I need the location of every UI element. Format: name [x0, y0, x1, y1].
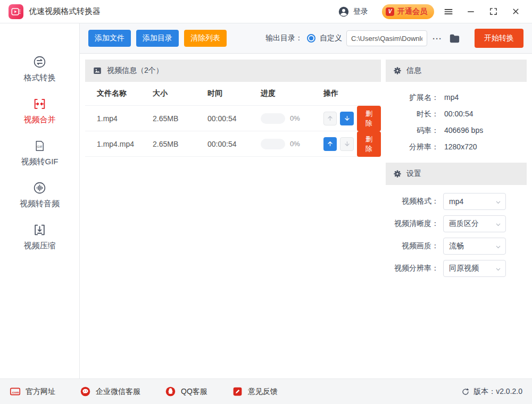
- close-icon: [511, 7, 520, 16]
- vip-label: 开通会员: [397, 7, 427, 16]
- arrow-up-icon: [327, 115, 334, 122]
- feedback-link[interactable]: 意见反馈: [232, 386, 278, 397]
- move-up-button[interactable]: [323, 137, 337, 151]
- info-value: mp4: [444, 92, 459, 103]
- info-body: 扩展名：mp4 时长：00:00:54 码率：406696 bps 分辨率：12…: [386, 82, 527, 163]
- sidebar-item-label: 视频合并: [24, 115, 56, 125]
- open-folder-button[interactable]: [448, 32, 461, 45]
- sidebar-item-format-convert[interactable]: 格式转换: [24, 55, 56, 83]
- arrow-up-icon: [327, 140, 334, 147]
- video-merge-icon: [33, 97, 46, 111]
- sidebar-item-label: 视频压缩: [24, 241, 56, 251]
- qq-service-link[interactable]: QQ客服: [165, 386, 207, 397]
- chevron-down-icon: [495, 222, 501, 228]
- sidebar-item-video-merge[interactable]: 视频合并: [24, 97, 56, 125]
- select-value: 画质区分: [449, 219, 479, 229]
- sidebar: 格式转换 视频合并 GIF 视频转GIF 视频转音频: [0, 23, 80, 378]
- maximize-icon: [489, 7, 498, 16]
- titlebar-controls: 登录 V 开通会员: [338, 4, 523, 20]
- file-name: 1.mp4: [97, 114, 153, 123]
- maximize-button[interactable]: [485, 4, 501, 20]
- setting-label: 视频清晰度：: [386, 219, 439, 229]
- arrow-down-icon: [344, 115, 351, 122]
- sidebar-item-video-compress[interactable]: 视频压缩: [24, 223, 56, 251]
- setting-label: 视频画质：: [386, 241, 439, 251]
- file-panel-header: 视频信息（2个）: [85, 60, 381, 82]
- custom-dir-radio-label: 自定义: [320, 33, 342, 43]
- vip-icon: V: [386, 7, 394, 16]
- toolbar: 添加文件 添加目录 清除列表 输出目录： 自定义 ··· 开始转换: [80, 23, 532, 54]
- video-quality-select[interactable]: 流畅: [443, 238, 506, 255]
- footer-link-label: QQ客服: [181, 387, 207, 397]
- info-label: 扩展名：: [386, 92, 439, 103]
- menu-button[interactable]: [440, 4, 456, 20]
- file-duration: 00:00:54: [207, 140, 261, 148]
- gear-icon: [393, 66, 402, 75]
- delete-button[interactable]: 删除: [357, 131, 381, 157]
- wechat-service-icon: [80, 386, 91, 397]
- move-down-button[interactable]: [340, 112, 353, 125]
- hamburger-icon: [443, 6, 454, 17]
- browse-more-button[interactable]: ···: [431, 34, 443, 43]
- info-value: 00:00:54: [444, 109, 473, 119]
- chevron-down-icon: [495, 244, 501, 250]
- user-icon: [338, 6, 350, 18]
- start-convert-button[interactable]: 开始转换: [475, 29, 523, 48]
- setting-label: 视频格式：: [386, 197, 439, 206]
- progress-percent: 0%: [290, 114, 300, 122]
- info-label: 分辨率：: [386, 142, 439, 152]
- login-button[interactable]: 登录: [338, 6, 368, 18]
- update-refresh-icon: [461, 388, 470, 396]
- file-panel-title: 视频信息（2个）: [107, 66, 163, 75]
- file-list-panel: 视频信息（2个） 文件名称 大小 时间 进度 操作 1.mp4 2.65MB 0…: [85, 60, 381, 355]
- custom-dir-radio[interactable]: [307, 34, 315, 43]
- titlebar: 优速视频格式转换器 登录 V 开通会员: [0, 0, 532, 23]
- main-area: 视频信息（2个） 文件名称 大小 时间 进度 操作 1.mp4 2.65MB 0…: [80, 54, 532, 378]
- chevron-down-icon: [495, 199, 501, 205]
- info-label: 码率：: [386, 125, 439, 136]
- minimize-button[interactable]: [463, 4, 479, 20]
- footer-link-label: 意见反馈: [248, 387, 278, 397]
- file-size: 2.65MB: [153, 114, 207, 123]
- video-format-select[interactable]: mp4: [443, 193, 506, 210]
- info-value: 406696 bps: [444, 125, 483, 136]
- add-file-button[interactable]: 添加文件: [88, 30, 131, 47]
- setting-label: 视频分辨率：: [386, 264, 439, 273]
- video-compress-icon: [33, 223, 46, 237]
- website-icon: .com: [10, 386, 21, 397]
- delete-button[interactable]: 删除: [357, 106, 381, 131]
- sidebar-item-video-to-audio[interactable]: 视频转音频: [20, 181, 60, 209]
- sidebar-item-video-to-gif[interactable]: GIF 视频转GIF: [21, 139, 59, 167]
- close-button[interactable]: [508, 4, 523, 20]
- sidebar-item-label: 视频转GIF: [21, 157, 59, 167]
- vip-button[interactable]: V 开通会员: [382, 4, 434, 19]
- progress-bar: [261, 139, 285, 149]
- folder-icon: [448, 32, 461, 45]
- app-title: 优速视频格式转换器: [29, 6, 101, 16]
- info-panel-title: 信息: [406, 66, 421, 75]
- add-directory-button[interactable]: 添加目录: [136, 30, 179, 47]
- footer: .com 官方网址 企业微信客服 QQ客服 意见反馈 版本：v2.0.2.0: [0, 378, 532, 404]
- output-path-input[interactable]: [346, 30, 427, 46]
- video-to-gif-icon: GIF: [33, 139, 46, 153]
- app-logo-icon: [9, 4, 23, 19]
- minimize-icon: [466, 7, 476, 16]
- output-dir-group: 输出目录： 自定义 ··· 开始转换: [265, 29, 523, 48]
- sidebar-item-label: 视频转音频: [20, 199, 60, 209]
- select-value: 同原视频: [449, 264, 479, 273]
- arrow-down-icon: [344, 140, 351, 147]
- wechat-service-link[interactable]: 企业微信客服: [80, 386, 140, 397]
- clear-list-button[interactable]: 清除列表: [184, 30, 227, 47]
- settings-panel-header: 设置: [386, 163, 527, 185]
- table-row[interactable]: 1.mp4.mp4 2.65MB 00:00:54 0% 删除: [85, 131, 381, 157]
- progress-bar: [261, 113, 285, 124]
- table-row[interactable]: 1.mp4 2.65MB 00:00:54 0% 删除: [85, 106, 381, 131]
- video-resolution-select[interactable]: 同原视频: [443, 260, 506, 277]
- file-size: 2.65MB: [153, 140, 207, 148]
- video-clarity-select[interactable]: 画质区分: [443, 215, 506, 232]
- output-dir-label: 输出目录：: [265, 33, 303, 43]
- footer-link-label: 企业微信客服: [96, 387, 140, 397]
- svg-text:.com: .com: [11, 390, 19, 394]
- official-website-link[interactable]: .com 官方网址: [10, 386, 55, 397]
- table-header-row: 文件名称 大小 时间 进度 操作: [85, 82, 381, 106]
